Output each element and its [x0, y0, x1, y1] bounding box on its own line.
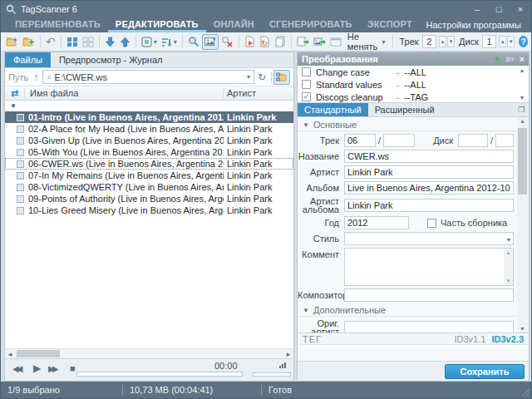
combo-dropdown-icon[interactable]: ▾ — [247, 73, 250, 81]
form-scrollbar[interactable]: ▲ ▼ — [517, 117, 528, 332]
menu-tab-сгенерировать[interactable]: СГЕНЕРИРОВАТЬ — [262, 17, 360, 32]
stop-button[interactable]: ■ — [70, 363, 76, 373]
transformation-row[interactable]: ✓Discogs cleanup→--TAG — [298, 91, 529, 103]
copy-tags-button[interactable] — [273, 34, 288, 50]
transformations-menu-icon[interactable]: ≣▾ — [505, 56, 515, 63]
disc-spin-down-button[interactable]: ▼ — [507, 36, 515, 47]
program-settings-button[interactable]: Настройки программы — [426, 17, 525, 32]
file-row[interactable]: 03-Given Up (Live in Buenos Aires, Argen… — [5, 135, 293, 146]
file-row[interactable]: 05-With You (Live in Buenos Aires, Argen… — [5, 146, 293, 158]
scroll-down-icon[interactable]: ▼ — [506, 278, 511, 283]
track-spin-value[interactable]: 2 — [422, 35, 436, 48]
album-artist-input[interactable] — [344, 199, 514, 212]
deselect-all-button[interactable] — [81, 34, 96, 50]
undo-button[interactable]: ↶ — [44, 34, 57, 50]
composer-input[interactable] — [344, 288, 514, 302]
move-down-button[interactable] — [103, 34, 117, 50]
help-button[interactable]: ? — [519, 36, 528, 47]
disc-total-input[interactable] — [495, 134, 514, 147]
no-change-dropdown[interactable]: Не менять ▾ — [344, 34, 389, 49]
file-row[interactable]: 08-VictimizedQWERTY (Live in Buenos Aire… — [5, 181, 293, 193]
scroll-down-icon[interactable]: ▼ — [517, 326, 528, 332]
play-file-button[interactable] — [243, 34, 257, 50]
file-row[interactable]: 02-A Place for My Head (Live in Buenos A… — [5, 123, 293, 135]
section-basic[interactable]: ▼ Основные — [298, 119, 517, 131]
menu-tab-экспорт[interactable]: ЭКСПОРТ — [360, 17, 420, 32]
add-folder-button[interactable] — [21, 34, 37, 50]
menu-tab-переименовать[interactable]: ПЕРЕИМЕНОВАТЬ — [7, 17, 108, 32]
group-collapse-row[interactable]: ▼ — [5, 101, 293, 111]
genre-select[interactable]: ▾ — [344, 232, 514, 245]
scroll-right-icon[interactable]: ▸ — [283, 350, 293, 358]
next-track-button[interactable]: ▶▶ — [48, 364, 56, 373]
editor-tab-1[interactable]: Расширенный — [368, 103, 441, 116]
maximize-button[interactable]: □ — [488, 1, 510, 17]
scroll-up-icon[interactable]: ▲ — [520, 67, 525, 73]
files-tab-0[interactable]: Файлы — [5, 52, 51, 67]
scroll-left-icon[interactable]: ◂ — [5, 350, 15, 358]
menu-tab-редактировать[interactable]: РЕДАКТИРОВАТЬ — [108, 17, 206, 32]
compilation-checkbox[interactable]: Часть сборника — [427, 218, 507, 228]
path-combobox[interactable]: ≡ E:\CWER.ws ▾ — [42, 70, 254, 84]
comment-scrollbar[interactable]: ▲ ▼ — [504, 249, 513, 285]
section-additional[interactable]: ▼ Дополнительные — [298, 304, 517, 317]
transformations-header[interactable]: Преобразования + ≣▾ × — [298, 52, 529, 66]
add-transformation-icon[interactable]: + — [495, 53, 500, 65]
editor-tab-0[interactable]: Стандартный — [298, 103, 368, 116]
file-row[interactable]: 01-Intro (Live in Buenos Aires, Argentin… — [5, 111, 293, 123]
id3v2-version[interactable]: ID3v2.3 — [491, 334, 524, 344]
collapse-icon[interactable]: ▼ — [303, 307, 309, 314]
file-row[interactable]: 10-Lies Greed Misery (Live in Buenos Air… — [5, 204, 293, 216]
transformation-checkbox[interactable] — [302, 80, 311, 89]
folder-tree-toggle-button[interactable] — [273, 70, 290, 85]
selection-mode-button[interactable]: ▾ — [140, 34, 159, 50]
save-button[interactable]: Сохранить — [445, 364, 525, 379]
hscroll-thumb[interactable] — [17, 350, 60, 357]
sort-button[interactable]: ▾ — [160, 34, 179, 50]
orig-artist-input[interactable] — [344, 321, 514, 332]
panel-maximize-icon[interactable]: ❒ — [518, 103, 529, 116]
form-scrollbar-thumb[interactable] — [518, 128, 527, 195]
resize-grip[interactable] — [521, 388, 530, 397]
frame-tool-button[interactable] — [328, 34, 343, 50]
title-input[interactable] — [344, 150, 514, 163]
scroll-down-icon[interactable]: ▼ — [520, 95, 525, 101]
move-up-button[interactable] — [118, 34, 132, 50]
volume-slider[interactable] — [253, 372, 291, 377]
disc-spin-value[interactable]: 1 — [482, 35, 496, 48]
comment-textarea[interactable]: ▲ ▼ — [344, 248, 514, 286]
menu-tab-онлайн[interactable]: ОНЛАЙН — [206, 17, 262, 32]
file-row[interactable]: 07-In My Remains (Live in Buenos Aires, … — [5, 170, 293, 181]
previous-track-button[interactable]: ◀◀ — [12, 364, 20, 373]
track-spin-down-button[interactable]: ▼ — [447, 36, 455, 47]
column-artist[interactable]: Артист — [224, 88, 293, 98]
transformation-checkbox[interactable] — [302, 67, 311, 76]
compilation-checkbox-box[interactable] — [427, 219, 436, 228]
clear-filter-button[interactable] — [219, 34, 235, 50]
track-spin-up-button[interactable]: ▲ — [439, 36, 446, 47]
scroll-up-icon[interactable]: ▲ — [517, 118, 528, 124]
disc-spin-up-button[interactable]: ▲ — [499, 36, 506, 47]
shuffle-column-icon[interactable]: ⇄ — [5, 88, 25, 99]
transformations-scrollbar[interactable]: ▲ ▼ — [517, 67, 527, 101]
transformation-row[interactable]: Standard values→--ALL — [298, 78, 529, 91]
album-art-toggle-button[interactable] — [202, 34, 219, 50]
artist-input[interactable] — [344, 165, 514, 179]
import-tag-button[interactable] — [295, 34, 311, 50]
folder-up-button[interactable] — [4, 34, 20, 50]
minimize-button[interactable]: – — [466, 1, 488, 17]
reload-tags-button[interactable]: ↻ — [258, 34, 272, 50]
search-button[interactable] — [186, 34, 201, 50]
folder-up-level-icon[interactable]: ↑ — [33, 71, 38, 83]
id3v1-version[interactable]: ID3v1.1 — [454, 334, 485, 344]
close-transformations-icon[interactable]: × — [520, 54, 525, 64]
file-row[interactable]: 06-CWER.ws (Live in Buenos Aires, Argent… — [5, 158, 293, 170]
seek-bar[interactable] — [76, 372, 243, 377]
refresh-icon[interactable]: ↻ — [258, 71, 266, 83]
transformation-row[interactable]: Change case→--ALL — [298, 66, 529, 78]
file-row[interactable]: 09-Points of Authority (Live in Buenos A… — [5, 193, 293, 204]
files-tab-1[interactable]: Предпросмотр - Журнал — [51, 52, 171, 67]
collapse-icon[interactable]: ▼ — [303, 121, 309, 129]
track-total-input[interactable] — [383, 134, 415, 147]
horizontal-scrollbar[interactable]: ◂ ▸ — [5, 348, 293, 358]
